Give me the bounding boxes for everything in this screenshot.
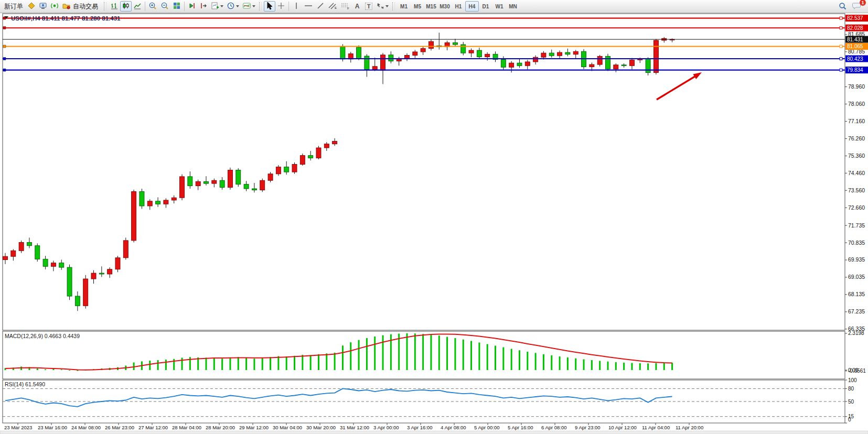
candle <box>244 185 249 189</box>
timeframe-m15-button[interactable]: M15 <box>424 1 438 12</box>
svg-text:30 Mar 20:00: 30 Mar 20:00 <box>306 425 336 430</box>
auto-scroll-icon <box>188 2 196 11</box>
svg-text:100: 100 <box>848 377 857 383</box>
svg-text:69.035: 69.035 <box>848 274 865 280</box>
crosshair-tool-button[interactable] <box>275 1 287 12</box>
arrows-tool-button[interactable] <box>374 1 390 12</box>
chevron-down-icon <box>385 5 389 7</box>
candle <box>405 56 410 59</box>
autotrading-icon <box>62 2 71 11</box>
equidistant-channel-icon: E <box>328 2 337 11</box>
text-label-tool-button[interactable]: T <box>363 1 374 12</box>
candlestick-mode-button[interactable] <box>120 1 132 12</box>
candle <box>83 279 88 306</box>
market-watch-button[interactable] <box>26 1 37 12</box>
candle <box>132 191 136 240</box>
svg-text:80: 80 <box>848 386 854 392</box>
candle <box>51 263 56 267</box>
tile-windows-button[interactable] <box>171 1 183 12</box>
new-chart-button[interactable] <box>209 1 225 12</box>
chart-shift-icon <box>199 2 208 11</box>
trendline-tool-button[interactable] <box>315 1 326 12</box>
candle <box>35 246 40 259</box>
candle <box>11 251 16 256</box>
svg-text:67.235: 67.235 <box>848 308 865 314</box>
main-toolbar: 新订单 自动交易 <box>0 0 868 13</box>
candle <box>123 241 128 258</box>
candle <box>469 50 474 53</box>
candle <box>509 63 514 67</box>
candle <box>333 142 337 144</box>
timeframe-h1-button[interactable]: H1 <box>452 1 465 12</box>
candle <box>228 170 232 187</box>
timeframe-w1-button[interactable]: W1 <box>492 1 506 12</box>
svg-text:82.537: 82.537 <box>847 15 863 21</box>
svg-text:30 Mar 04:00: 30 Mar 04:00 <box>273 425 302 430</box>
timeframe-mn-button[interactable]: MN <box>506 1 520 12</box>
candle <box>614 65 618 69</box>
candle <box>212 180 217 183</box>
svg-text:81.065: 81.065 <box>847 44 863 49</box>
candle <box>115 258 120 269</box>
new-order-button[interactable]: 新订单 <box>2 1 26 12</box>
fibonacci-tool-button[interactable]: F <box>339 1 351 12</box>
candle <box>75 296 80 306</box>
candle <box>565 52 570 55</box>
timeframe-d1-button[interactable]: D1 <box>479 1 492 12</box>
timeframe-m5-button[interactable]: M5 <box>411 1 424 12</box>
periods-button[interactable] <box>225 1 241 12</box>
candle <box>308 156 313 158</box>
svg-text:80.423: 80.423 <box>847 56 863 62</box>
toolbar-separator <box>288 2 289 11</box>
svg-text:79.834: 79.834 <box>847 67 863 73</box>
line-chart-mode-button[interactable] <box>132 1 143 12</box>
svg-text:75.360: 75.360 <box>848 153 865 159</box>
candle <box>533 57 538 62</box>
terminal-button[interactable] <box>37 1 49 12</box>
autotrading-button[interactable]: 自动交易 <box>60 1 102 12</box>
chat-button[interactable]: 1 <box>851 1 863 12</box>
svg-text:23 Mar 2023: 23 Mar 2023 <box>4 425 32 430</box>
cursor-tool-button[interactable] <box>264 1 275 12</box>
toolbar-right-group: 1 <box>837 1 866 12</box>
indicators-icon <box>242 2 251 11</box>
arrow-shapes-icon <box>376 2 384 11</box>
text-tool-button[interactable]: A <box>351 1 363 12</box>
candle <box>428 41 433 48</box>
crosshair-icon <box>277 2 285 11</box>
channel-tool-button[interactable]: E <box>326 1 339 12</box>
svg-text:78.060: 78.060 <box>848 101 865 107</box>
diamond-icon <box>27 2 36 11</box>
toolbar-grip <box>392 2 395 10</box>
timeframe-h4-button[interactable]: H4 <box>465 1 479 12</box>
auto-scroll-button[interactable] <box>186 1 198 12</box>
horizontal-line-tool-button[interactable] <box>302 1 315 12</box>
svg-text:31 Mar 12:00: 31 Mar 12:00 <box>340 425 369 430</box>
vertical-line-tool-button[interactable] <box>291 1 302 12</box>
bar-chart-mode-button[interactable] <box>109 1 120 12</box>
candle <box>180 177 185 198</box>
tile-windows-icon <box>173 2 181 11</box>
candle <box>413 52 417 56</box>
candle <box>501 60 506 68</box>
zoom-in-icon <box>148 2 157 12</box>
clock-icon <box>227 2 235 11</box>
timeframe-m1-button[interactable]: M1 <box>397 1 411 12</box>
indicators-button[interactable] <box>241 1 257 12</box>
zoom-out-button[interactable] <box>159 1 171 12</box>
candle <box>357 47 361 59</box>
svg-text:27 Mar 12:00: 27 Mar 12:00 <box>138 425 168 430</box>
timeframe-m30-button[interactable]: M30 <box>438 1 452 12</box>
candle <box>59 263 64 267</box>
candle <box>43 259 48 266</box>
candle <box>653 40 658 73</box>
svg-text:28 Mar 20:00: 28 Mar 20:00 <box>206 425 235 430</box>
candle <box>590 64 594 67</box>
signals-button[interactable] <box>49 1 60 12</box>
search-button[interactable] <box>837 1 849 12</box>
zoom-in-button[interactable] <box>147 1 159 12</box>
monitor-user-icon <box>39 2 47 11</box>
chart-shift-button[interactable] <box>198 1 209 12</box>
chart-canvas[interactable]: 81.68580.78578.96078.06077.16076.26075.3… <box>0 0 868 434</box>
svg-text:68.135: 68.135 <box>848 291 865 297</box>
